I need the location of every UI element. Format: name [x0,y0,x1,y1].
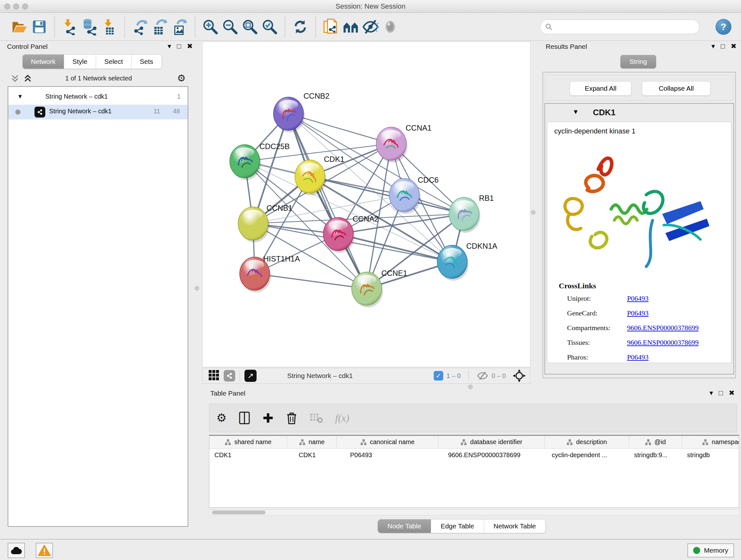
section-collapse-triangle-icon[interactable]: ▼ [572,108,579,116]
control-panel-float-icon[interactable]: □ [177,42,181,51]
scrollbar-thumb[interactable] [212,510,266,514]
crosslink-label: Pharos: [567,353,588,361]
tab-network-table[interactable]: Network Table [484,519,546,533]
crosslink-row: Compartments: 9606.ENSP00000378699 [567,324,727,332]
toolbar-separator [285,16,285,37]
network-node-RB1[interactable] [449,197,480,233]
table-panel-minimize-icon[interactable]: ▾ [710,389,713,397]
network-node-CCNA2[interactable] [323,217,354,253]
save-session-icon [31,19,47,35]
export-table-button[interactable] [150,17,170,37]
collapse-triangle-icon[interactable]: ▼ [17,93,23,100]
results-panel-float-icon[interactable]: □ [721,42,725,51]
zoom-selected-button[interactable] [260,17,280,37]
first-neighbors-button[interactable] [341,17,360,37]
control-panel-minimize-icon[interactable]: ▾ [167,42,171,51]
crosslink-link[interactable]: 9606.ENSP00000378699 [627,324,698,332]
column-header[interactable]: canonical name [337,436,439,448]
vertical-splitter-handle[interactable] [531,210,536,214]
tab-string[interactable]: String [620,55,656,68]
network-node-CCNB1[interactable] [238,207,269,242]
table-row[interactable]: CDK1 CDK1 P06493 9606.ENSP00000378699 cy… [209,449,739,461]
import-network-button[interactable] [60,17,80,37]
grid-view-icon[interactable] [208,370,219,382]
zoom-out-button[interactable] [220,17,240,37]
crosslink-link[interactable]: 9606.ENSP00000378699 [627,338,698,347]
import-database-button[interactable] [80,17,99,37]
cell-namespace: stringdb [682,449,739,461]
attribute-tree-icon [702,439,709,445]
node-table[interactable]: shared name name canonical name database… [209,435,739,508]
table-horizontal-scrollbar[interactable] [209,509,739,515]
cloud-icon [10,546,22,555]
network-view-canvas[interactable]: CCNB2CCNA1CDC25BCDK1CDC6RB1CCNB1CCNA2CDK… [202,42,530,367]
crosslink-link[interactable]: P06493 [627,309,649,317]
table-panel-close-icon[interactable]: ✖ [729,389,735,397]
tab-sets[interactable]: Sets [131,55,161,69]
table-options-gear-icon[interactable]: ⚙ [216,412,226,424]
network-node-CCNB2[interactable] [273,97,305,132]
table-panel-float-icon[interactable]: □ [719,389,723,397]
cloud-status-button[interactable] [8,543,25,558]
share-view-icon[interactable] [224,370,235,381]
duplicate-network-button[interactable] [321,17,341,37]
network-row-selected[interactable]: String Network – cdk1 11 48 [8,105,188,119]
save-session-button[interactable] [29,17,49,37]
selected-count: 1 – 0 [447,372,461,380]
pan-crosshair-icon[interactable] [512,369,526,383]
crosslink-link[interactable]: P06493 [627,353,649,361]
add-column-icon[interactable] [262,412,274,424]
network-node-CDKN1A[interactable] [437,245,468,281]
help-button[interactable]: ? [716,19,731,35]
search-box[interactable] [540,19,699,34]
zoom-fit-button[interactable] [240,17,260,37]
show-all-button[interactable] [381,17,400,37]
application-window: Session: New Session [0,0,741,560]
show-columns-icon[interactable] [239,411,250,425]
results-buttons-box: Expand All Collapse All [545,75,733,101]
search-input[interactable] [556,23,695,30]
zoom-in-button[interactable] [200,17,220,37]
vertical-splitter-handle[interactable] [195,286,199,291]
import-table-button[interactable] [99,17,119,37]
crosslink-link[interactable]: P06493 [627,294,649,303]
string-network-graph[interactable]: CCNB2CCNA1CDC25BCDK1CDC6RB1CCNB1CCNA2CDK… [203,42,530,367]
export-network-button[interactable] [130,17,150,37]
tab-style[interactable]: Style [64,55,96,69]
tab-node-table[interactable]: Node Table [378,519,431,533]
network-options-gear-icon[interactable]: ⚙ [177,73,186,83]
memory-button[interactable]: Memory [687,543,734,557]
network-collection-row[interactable]: ▼ String Network – cdk1 1 [8,90,188,105]
tab-edge-table[interactable]: Edge Table [431,519,484,533]
crosslink-label: Compartments: [567,324,610,332]
network-selected-status: 1 of 1 Network selected [0,75,197,82]
network-node-CDK1[interactable] [295,160,326,195]
network-node-CCNA1[interactable] [376,127,408,163]
column-header[interactable]: shared name [209,436,287,448]
results-panel-minimize-icon[interactable]: ▾ [711,42,715,51]
warning-status-button[interactable] [36,543,53,558]
open-in-new-window-icon[interactable]: ↗ [245,370,257,382]
network-node-CDC6[interactable] [389,179,421,214]
open-session-button[interactable] [10,17,29,37]
column-header[interactable]: database identifier [439,436,545,448]
tab-network[interactable]: Network [23,55,64,69]
hide-selected-button[interactable] [360,17,381,37]
results-panel-close-icon[interactable]: ✖ [731,42,737,51]
network-node-CDC25B[interactable] [230,145,261,180]
export-image-button[interactable] [170,17,190,37]
network-node-CCNE1[interactable] [352,272,383,307]
column-header[interactable]: description [545,436,629,448]
column-header[interactable]: name [287,436,337,448]
expand-all-button[interactable]: Expand All [569,81,631,96]
selected-nodes-checkbox-icon[interactable]: ✓ [434,371,443,381]
column-header[interactable]: @id [629,436,682,448]
zoom-fit-icon [242,18,258,35]
refresh-button[interactable] [290,17,310,37]
hidden-nodes-eye-icon[interactable] [476,371,488,381]
tab-select[interactable]: Select [96,55,131,69]
control-panel-close-icon[interactable]: ✖ [187,42,193,51]
column-header[interactable]: namespace [682,436,739,448]
collapse-all-button[interactable]: Collapse All [642,81,711,96]
delete-column-icon[interactable] [286,411,297,425]
